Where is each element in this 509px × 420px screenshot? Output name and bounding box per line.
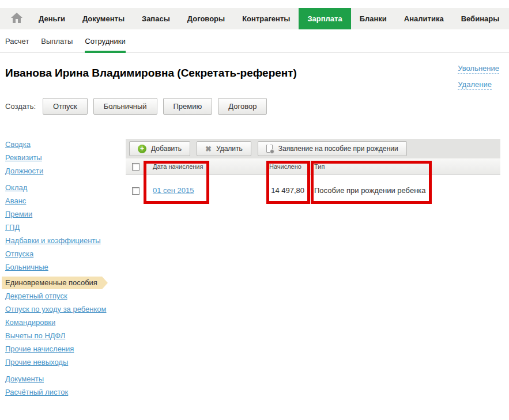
sidebar-item-payslip[interactable]: Расчётный листок [5,388,68,396]
statement-button-label: Заявление на пособие при рождении [278,145,398,153]
sidebar-item-bonuses[interactable]: Премии [5,210,32,218]
add-button-label: Добавить [151,145,182,153]
delete-button-label: Удалить [216,145,243,153]
document-icon [266,145,273,153]
dismissal-link[interactable]: Увольнение [458,64,499,74]
plus-icon: + [138,145,146,153]
birth-benefit-statement-button[interactable]: Заявление на пособие при рождении [258,141,407,156]
nav-item-inventory[interactable]: Запасы [133,8,179,29]
sidebar-item-summary[interactable]: Сводка [5,140,31,149]
deletion-link[interactable]: Удаление [458,80,492,90]
page-title: Иванова Ирина Владимировна (Секретать-ре… [5,66,374,80]
accrued-amount: 14 497,80 [265,175,310,206]
table-header-row: Дата начисления Начислено Тип [126,158,500,175]
nav-item-salary[interactable]: Зарплата [299,8,350,29]
column-header-type: Тип [310,158,500,175]
create-bonus-button[interactable]: Премию [163,98,213,115]
nav-item-counterparties[interactable]: Контрагенты [233,8,299,29]
home-icon [11,13,22,25]
create-label: Создать: [5,102,36,111]
main-panel: + Добавить ✖ Удалить Заявление на пособи… [126,139,500,402]
create-bar: Создать: Отпуск Больничный Премию Догово… [5,98,509,115]
x-icon: ✖ [205,145,212,153]
nav-item-webinars[interactable]: Вебинары [453,8,508,29]
sidebar-item-other-absences[interactable]: Прочие невыходы [5,358,68,366]
sidebar-item-requisites[interactable]: Реквизиты [5,153,42,162]
accrual-date-link[interactable]: 01 сен 2015 [153,186,194,195]
sidebar-item-allowances[interactable]: Надбавки и коэффициенты [5,236,101,245]
home-button[interactable] [3,8,30,29]
sidebar-item-other-accruals[interactable]: Прочие начисления [5,345,74,353]
nav-item-money[interactable]: Деньги [30,8,74,29]
create-sick-leave-button[interactable]: Больничный [93,98,157,115]
benefit-type: Пособие при рождении ребенка [310,175,500,206]
top-navigation: Деньги Документы Запасы Договоры Контраг… [0,8,509,29]
subnav-item-payments[interactable]: Выплаты [41,37,73,53]
content: Сводка Реквизиты Должности Оклад Аванс П… [0,139,509,402]
nav-item-contracts[interactable]: Договоры [179,8,233,29]
column-header-date: Дата начисления [149,158,265,175]
row-checkbox[interactable] [132,187,139,195]
nav-item-forms[interactable]: Бланки [351,8,395,29]
sidebar: Сводка Реквизиты Должности Оклад Аванс П… [5,139,126,402]
sidebar-item-child-care-leave[interactable]: Отпуск по уходу за ребенком [5,305,106,313]
header-actions: Увольнение Удаление [458,63,499,95]
sidebar-item-lump-sum-benefits[interactable]: Единовременные пособия [2,277,102,289]
delete-button[interactable]: ✖ Удалить [197,141,251,156]
nav-item-documents[interactable]: Документы [74,8,133,29]
sub-navigation: Расчет Выплаты Сотрудники [0,29,509,53]
column-header-accrued: Начислено [265,158,310,175]
nav-item-analytics[interactable]: Аналитика [395,8,453,29]
create-contract-button[interactable]: Договор [218,98,267,115]
sidebar-item-maternity-leave[interactable]: Декретный отпуск [5,292,67,300]
create-vacation-button[interactable]: Отпуск [43,98,88,115]
sidebar-item-business-trips[interactable]: Командировки [5,318,55,327]
sidebar-item-gpd[interactable]: ГПД [5,223,20,232]
sidebar-item-vacations[interactable]: Отпуска [5,249,33,258]
sidebar-item-advance[interactable]: Аванс [5,196,26,205]
table-row: 01 сен 2015 14 497,80 Пособие при рожден… [126,175,500,206]
subnav-item-employees[interactable]: Сотрудники [85,37,125,53]
sidebar-item-salary[interactable]: Оклад [5,183,27,192]
benefits-table: Дата начисления Начислено Тип 01 сен 201… [126,158,500,206]
sidebar-item-sick-leaves[interactable]: Больничные [5,263,48,271]
select-all-checkbox[interactable] [132,163,139,171]
sidebar-item-positions[interactable]: Должности [5,167,43,175]
sidebar-item-ndfl-deductions[interactable]: Вычеты по НДФЛ [5,331,65,340]
subnav-item-calculation[interactable]: Расчет [5,37,29,53]
page-header: Иванова Ирина Владимировна (Секретать-ре… [0,53,509,80]
add-button[interactable]: + Добавить [129,141,190,156]
benefits-toolbar: + Добавить ✖ Удалить Заявление на пособи… [126,139,500,158]
sidebar-item-documents[interactable]: Документы [5,374,44,383]
